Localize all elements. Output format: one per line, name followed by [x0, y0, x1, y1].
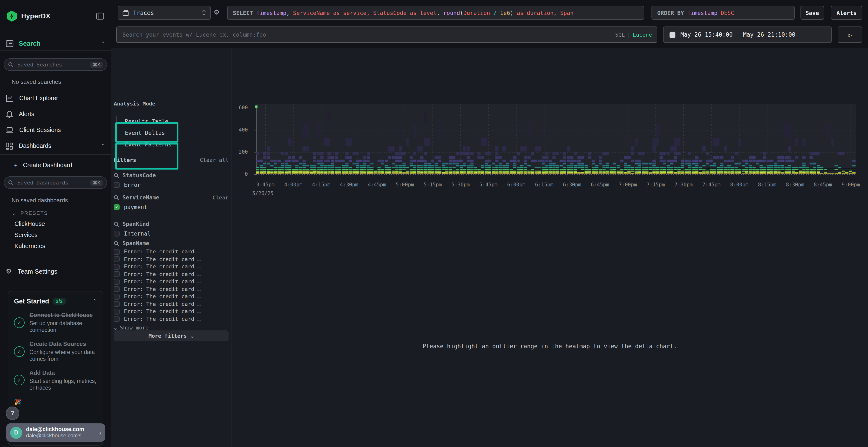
- saved-dashboards-field[interactable]: [17, 179, 90, 186]
- search-input[interactable]: [122, 31, 615, 38]
- y-axis-tick-label: 600: [231, 105, 248, 110]
- sql-token: /: [490, 9, 500, 16]
- filter-option-label: Error: [124, 182, 141, 188]
- get-started-item[interactable]: ✓Create Data SourcesConfigure where your…: [14, 341, 97, 363]
- checkbox-unchecked[interactable]: [114, 271, 120, 277]
- mode-lucene-toggle[interactable]: Lucene: [633, 32, 652, 38]
- checkbox-unchecked[interactable]: [114, 309, 120, 314]
- filter-option[interactable]: Error: The credit card …: [114, 315, 228, 323]
- filter-option[interactable]: Error: [114, 180, 228, 190]
- create-dashboard-button[interactable]: + Create Dashboard: [0, 161, 111, 170]
- save-button[interactable]: Save: [801, 6, 824, 20]
- checkbox-checked[interactable]: ✓: [114, 204, 120, 210]
- calendar-icon: [669, 31, 676, 38]
- help-button[interactable]: ?: [6, 407, 19, 420]
- get-started-item[interactable]: ✓Add DataStart sending logs, metrics, or…: [14, 369, 97, 391]
- source-selector-value: Traces: [133, 9, 154, 16]
- search-icon: [114, 241, 119, 246]
- filter-option[interactable]: Error: The credit card …: [114, 271, 228, 278]
- filter-group-statuscode: StatusCodeError: [114, 169, 228, 190]
- filter-option-label: Error: The credit card …: [124, 286, 200, 293]
- filter-option-label: Error: The credit card …: [124, 279, 200, 285]
- search-icon: [8, 180, 13, 185]
- x-axis-tick-label: 9:00pm: [835, 182, 866, 187]
- checkbox-unchecked[interactable]: [114, 256, 120, 262]
- filter-option[interactable]: Error: The credit card …: [114, 285, 228, 293]
- search-bar[interactable]: SQL | Lucene: [116, 27, 657, 43]
- filter-option[interactable]: Error: The credit card …: [114, 300, 228, 308]
- preset-item-kubernetes[interactable]: Kubernetes: [14, 243, 45, 249]
- chevron-down-icon: ⌄: [11, 210, 16, 216]
- checkbox-unchecked[interactable]: [114, 301, 120, 307]
- chevron-up-icon[interactable]: ⌃: [93, 298, 97, 304]
- checkbox-unchecked[interactable]: [114, 279, 120, 285]
- sql-select-editor[interactable]: SELECT Timestamp, ServiceName as service…: [227, 6, 644, 20]
- checkbox-unchecked[interactable]: [114, 294, 120, 300]
- time-range-picker[interactable]: May 26 15:40:00 - May 26 21:10:00: [663, 27, 832, 43]
- mode-sql-toggle[interactable]: SQL: [615, 32, 625, 38]
- filter-option[interactable]: Error: The credit card …: [114, 255, 228, 263]
- y-axis-tick-label: 0: [231, 171, 248, 177]
- filter-option[interactable]: Error: The credit card …: [114, 293, 228, 300]
- x-axis-tick-label: 4:30pm: [334, 182, 365, 187]
- sidebar-item-alerts[interactable]: Alerts: [0, 109, 111, 119]
- filter-option[interactable]: Error: The credit card …: [114, 308, 228, 315]
- sidebar-item-search[interactable]: Search: [19, 40, 40, 47]
- sql-orderby-editor[interactable]: ORDER BY Timestamp DESC: [651, 6, 795, 20]
- avatar: D: [10, 426, 22, 439]
- x-axis-tick-label: 7:30pm: [668, 182, 699, 187]
- filter-option[interactable]: Error: The credit card …: [114, 248, 228, 255]
- get-started-title: Get Started: [14, 298, 49, 305]
- user-menu[interactable]: D dale@clickhouse.com dale@clickhouse.co…: [6, 423, 105, 442]
- filter-option[interactable]: Error: The credit card …: [114, 278, 228, 285]
- saved-searches-input[interactable]: ⌘K: [4, 58, 107, 71]
- clear-all-link[interactable]: Clear all: [200, 157, 228, 163]
- checkbox-unchecked[interactable]: [114, 182, 120, 188]
- x-axis-tick-label: 6:15pm: [529, 182, 560, 187]
- presets-toggle[interactable]: ⌄ PRESETS: [0, 209, 111, 216]
- sidebar-collapse-icon[interactable]: [96, 12, 104, 20]
- search-icon: [114, 221, 119, 227]
- sidebar: HyperDX Search ⌃ ⌘K No saved searches Ch…: [0, 0, 112, 447]
- source-selector[interactable]: Traces: [118, 6, 211, 20]
- search-icon: [114, 195, 119, 200]
- filter-option[interactable]: ✓payment: [114, 202, 228, 212]
- preset-item-clickhouse[interactable]: ClickHouse: [14, 220, 45, 227]
- checkbox-unchecked[interactable]: [114, 316, 120, 322]
- clear-filter-link[interactable]: Clear: [213, 194, 228, 201]
- sidebar-item-chart-explorer[interactable]: Chart Explorer: [0, 93, 111, 104]
- source-settings-gear-icon[interactable]: ⚙: [214, 9, 220, 15]
- saved-dashboards-input[interactable]: ⌘K: [4, 176, 107, 189]
- x-axis-tick-label: 8:15pm: [752, 182, 783, 187]
- sql-token: Timestamp: [687, 9, 717, 16]
- checkbox-unchecked[interactable]: [114, 231, 120, 237]
- hyperdx-logo-icon: [7, 10, 17, 22]
- sidebar-item-client-sessions[interactable]: Client Sessions: [0, 125, 111, 135]
- duration-heatmap[interactable]: [250, 104, 856, 176]
- get-started-item[interactable]: ✓Connect to ClickHouseSet up your databa…: [14, 312, 97, 334]
- get-started-item-title: Create Data Sources: [29, 341, 97, 348]
- y-axis-tick-label: 200: [231, 149, 248, 154]
- checkbox-unchecked[interactable]: [114, 286, 120, 292]
- more-filters-button[interactable]: More filters ⌄: [114, 331, 228, 341]
- chevron-up-icon[interactable]: ⌃: [101, 143, 105, 149]
- sql-token: ORDER BY: [657, 9, 687, 16]
- search-section-icon: [6, 40, 13, 47]
- alerts-button[interactable]: Alerts: [831, 6, 862, 20]
- filter-panel: Analysis Mode Results TableEvent DeltasE…: [111, 48, 231, 447]
- sidebar-item-dashboards[interactable]: Dashboards ⌃: [0, 141, 111, 151]
- run-query-button[interactable]: ▷: [838, 27, 862, 43]
- preset-item-services[interactable]: Services: [14, 232, 38, 238]
- checkbox-unchecked[interactable]: [114, 249, 120, 255]
- chevron-up-icon[interactable]: ⌃: [101, 40, 105, 46]
- filter-option[interactable]: Error: The credit card …: [114, 263, 228, 271]
- sql-token: as duration, Span: [513, 9, 574, 16]
- x-axis-tick-label: 5:15pm: [417, 182, 448, 187]
- sidebar-item-team-settings[interactable]: ⚙ Team Settings: [0, 266, 111, 276]
- filter-option-label: Error: The credit card …: [124, 264, 200, 270]
- x-axis-tick-label: 5:00pm: [390, 182, 420, 187]
- checkbox-unchecked[interactable]: [114, 264, 120, 270]
- delta-chart-panel: 02004006003:45pm4:00pm4:15pm4:30pm4:45pm…: [231, 48, 868, 447]
- hyperdx-app: HyperDX Search ⌃ ⌘K No saved searches Ch…: [0, 0, 868, 447]
- saved-searches-field[interactable]: [17, 61, 90, 68]
